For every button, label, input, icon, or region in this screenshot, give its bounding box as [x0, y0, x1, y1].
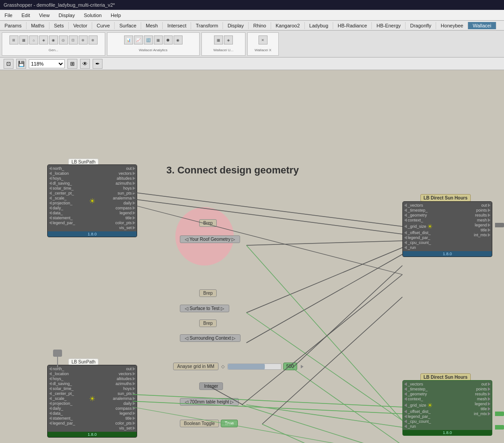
icon-gen-5[interactable]: ◉ [49, 35, 58, 44]
tab-honeybee[interactable]: Honeybee [436, 22, 468, 29]
menu-help[interactable]: Help [106, 11, 125, 19]
section-title: 3. Connect design geometry [166, 164, 299, 176]
icon-group-wallacei-x: ✕ Wallacei X [247, 32, 279, 56]
icon-wa-3[interactable]: 🔢 [144, 35, 153, 44]
dsh2-timestep: _timestep_ [404, 387, 471, 391]
out-altitudes: altitudes [116, 176, 132, 181]
menu-edit[interactable]: Edit [17, 11, 35, 19]
lb-sunpath1-outputs: out vectors altitudes azimuths [112, 165, 137, 231]
tab-intersect[interactable]: Intersect [163, 22, 191, 29]
dsh2-grid-size: _grid_size ☀ [404, 402, 471, 409]
input-north: north_ [49, 166, 110, 171]
dsh1-int-mtx: int_mtx [474, 233, 491, 237]
tab-sets[interactable]: Sets [49, 22, 69, 29]
dsh1-vectors: _vectors [404, 203, 471, 208]
tab-maths[interactable]: Maths [27, 22, 49, 29]
icon-wa-5[interactable]: ⬢ [164, 35, 173, 44]
tab-surface[interactable]: Surface [115, 22, 141, 29]
icon-wa-6[interactable]: ◉ [174, 35, 183, 44]
param-statement: statement_ [53, 216, 73, 220]
output2-analemma: analemma [113, 396, 135, 401]
analyse-grid-label[interactable]: Anayse grid in MM [173, 363, 219, 370]
tab-dragonfly[interactable]: Dragonfly [406, 22, 436, 29]
menu-solution[interactable]: Solution [79, 11, 106, 19]
title-bar: Grasshopper - demofile_ladybug_multi-cri… [0, 0, 504, 10]
output-color-pts: color_pts [113, 221, 135, 225]
output2-sun-pts: sun_pts [113, 391, 135, 396]
tab-hb-radiance[interactable]: HB-Radiance [333, 22, 372, 29]
zoom-fit-btn[interactable]: ⊞ [67, 59, 77, 69]
menu-file[interactable]: File [0, 11, 17, 19]
icon-gen-4[interactable]: ◈ [39, 35, 48, 44]
zoom-icon-2[interactable]: 💾 [16, 59, 26, 69]
lb-sunpath2-node[interactable]: north_ _location hoys_ dl_saving_ solar_… [47, 365, 137, 438]
output-vis-set: vis_set [113, 226, 135, 230]
tab-vector[interactable]: Vector [69, 22, 92, 29]
port-legend-par [49, 221, 52, 225]
icon-wa-1[interactable]: 📊 [124, 35, 133, 44]
dsh2-param-geometry: _geometry [408, 392, 427, 396]
dsh1-out-out: out [481, 203, 487, 208]
dsh1-param-context: context_ [408, 218, 423, 222]
dsh1-out-title: title [481, 228, 487, 232]
table-height-node[interactable]: ◁ 700mm table height ▷ [180, 398, 239, 406]
icon-gen-2[interactable]: ▦ [19, 35, 28, 44]
analyse-grid-slider[interactable] [227, 363, 281, 370]
tab-ladybug[interactable]: Ladybug [305, 22, 333, 29]
dsh1-geometry: _geometry [404, 213, 471, 217]
lb-sunpath1-node[interactable]: north_ _location hoys_ dl_saving_ [47, 164, 137, 237]
tab-transform[interactable]: Transform [191, 22, 223, 29]
icon-gen-1[interactable]: ⊞ [9, 35, 18, 44]
dsh1-title: title [474, 228, 491, 232]
tab-mesh[interactable]: Mesh [141, 22, 163, 29]
zoom-icon-1[interactable]: ⊡ [4, 59, 13, 69]
icon-gen-6[interactable]: ◎ [59, 35, 68, 44]
your-roof-geometry-node[interactable]: ◁ Your Roof Geometry ▷ [180, 235, 240, 243]
icon-wx-1[interactable]: ✕ [259, 35, 268, 44]
tab-curve[interactable]: Curve [92, 22, 115, 29]
icon-gen-9[interactable]: ⊗ [89, 35, 98, 44]
icon-wu-2[interactable]: ◈ [224, 35, 233, 44]
out-vis-set: vis_set [119, 226, 132, 230]
tab-hb-energy[interactable]: HB-Energy [372, 22, 406, 29]
tab-params[interactable]: Params [0, 22, 27, 29]
icon-gen-8[interactable]: ⊕ [79, 35, 88, 44]
dsh2-cpu-count: _cpu_count_ [404, 419, 471, 424]
lb-direct-sun-hours1-node[interactable]: _vectors _timestep_ _geometry context_ _… [402, 201, 492, 257]
tab-display[interactable]: Display [223, 22, 249, 29]
menu-view[interactable]: View [35, 11, 54, 19]
boolean-toggle-value: True [221, 420, 238, 427]
dsh2-port-points [488, 387, 491, 391]
output2-title: title [113, 416, 135, 421]
zoom-pipette-btn[interactable]: ✒ [93, 59, 103, 69]
port-hoys [49, 177, 52, 180]
zoom-select[interactable]: 118% 100% 150% 75% [29, 59, 65, 68]
input-legend-par: legend_par_ [49, 221, 110, 225]
icon-wa-4[interactable]: ▦ [154, 35, 163, 44]
port2-data [49, 412, 52, 415]
menu-display[interactable]: Display [54, 11, 79, 19]
lb-direct-sun-hours2-node[interactable]: _vectors _timestep_ _geometry context_ _… [402, 380, 492, 436]
surface-to-test-node[interactable]: ◁ Surface to Test ▷ [180, 305, 229, 312]
boolean-toggle-label[interactable]: Boolean Toggle [180, 420, 219, 427]
out2-hoys: hoys [123, 386, 132, 391]
dsh2-param-cpu-count: _cpu_count_ [408, 419, 431, 424]
icon-gen-3[interactable]: ⌂ [29, 35, 38, 44]
param2-north: north_ [53, 367, 64, 371]
port2-scale [49, 397, 52, 400]
zoom-eye-btn[interactable]: 👁 [80, 59, 90, 69]
dsh2-int-mtx: int_mtx [474, 412, 491, 416]
port2-sun-pts [133, 392, 135, 395]
icon-wu-1[interactable]: ▦ [214, 35, 223, 44]
icon-wa-2[interactable]: 📈 [134, 35, 143, 44]
tab-kangaroo2[interactable]: Kangaroo2 [271, 22, 305, 29]
out2-azimuths: azimuths [116, 381, 132, 386]
integer-node[interactable]: Integer [199, 382, 223, 390]
surrounding-context-node[interactable]: ◁ Surrounding Context ▷ [180, 334, 241, 342]
param-projection: projection_ [53, 201, 72, 205]
tab-rhino[interactable]: Rhino [249, 22, 271, 29]
icon-gen-7[interactable]: ⊡ [69, 35, 78, 44]
tab-wallacei[interactable]: Wallacei [468, 22, 496, 29]
workspace[interactable]: 3. Connect design geometry LB SunPath no… [0, 70, 504, 443]
dsh1-port-int-mtx [488, 233, 491, 237]
